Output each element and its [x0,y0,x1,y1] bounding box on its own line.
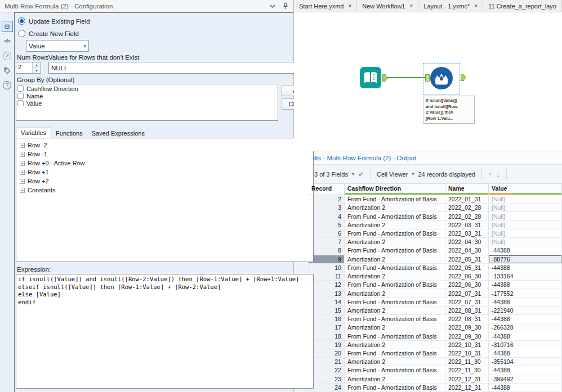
document-tab[interactable]: New Workflow1× [357,0,418,12]
checkbox-unchecked-icon[interactable] [17,85,24,92]
name-cell[interactable]: 2022_05_31 [445,255,489,263]
name-cell[interactable]: 2022_01_31 [445,195,489,203]
name-cell[interactable]: 2022_09_30 [445,323,489,331]
value-cell[interactable]: -133164 [489,272,562,280]
stepper-up-icon[interactable]: ▲ [33,62,41,68]
cashflow-direction-cell[interactable]: From Fund - Amortization of Basis [345,315,445,323]
value-cell[interactable]: -88776 [489,255,562,263]
cashflow-direction-cell[interactable]: From Fund - Amortization of Basis [345,281,445,289]
record-number-cell[interactable]: 24 [309,384,345,391]
record-number-cell[interactable]: 6 [309,229,345,237]
cell-viewer-dropdown[interactable]: Cell Viewer [377,171,408,178]
column-header-cashflow-direction[interactable]: Cashflow Direction [345,184,445,195]
value-cell[interactable]: -177552 [489,289,562,297]
name-cell[interactable]: 2022_07_31 [445,298,489,306]
value-cell[interactable]: -44388 [489,384,562,391]
expression-editor[interactable]: if isnull([Value]) and isnull([Row-2:Val… [16,274,314,389]
cashflow-direction-cell[interactable]: From Fund - Amortization of Basis [345,332,445,340]
column-header-name[interactable]: Name [445,184,489,195]
value-cell[interactable]: -355104 [489,358,562,366]
name-cell[interactable]: 2022_03_31 [445,221,489,229]
radio-selected-icon[interactable] [18,17,25,25]
value-cell[interactable]: -266328 [489,323,562,331]
table-row[interactable]: 6From Fund - Amortization of Basis2022_0… [309,229,562,238]
cashflow-direction-cell[interactable]: From Fund - Amortization of Basis [345,264,445,272]
tree-item[interactable]: +Row -1 [17,150,312,159]
expand-plus-icon[interactable]: + [20,152,25,157]
value-cell[interactable]: -44388 [489,349,562,357]
field-select-dropdown[interactable]: Value ▾ [26,40,89,52]
record-number-cell[interactable]: 23 [309,375,345,383]
checkbox-unchecked-icon[interactable] [17,100,24,106]
record-number-cell[interactable]: 3 [309,204,345,211]
tag-icon[interactable] [2,65,13,76]
name-cell[interactable]: 2022_06_30 [445,281,489,289]
chevron-down-icon[interactable]: ▾ [352,172,354,177]
num-rows-value[interactable]: 2 [16,62,32,73]
value-cell[interactable]: -44388 [489,281,562,289]
pin-icon[interactable] [282,3,289,10]
record-number-cell[interactable]: 10 [309,264,345,272]
values-for-rows-dropdown[interactable]: NULL ▾ [48,62,315,74]
record-number-cell[interactable]: 22 [309,366,345,374]
cashflow-direction-cell[interactable]: Amortization 2 [345,341,445,349]
value-cell[interactable]: [Null] [489,195,562,203]
tree-item[interactable]: +Constants [17,186,312,195]
cashflow-direction-cell[interactable]: Amortization 2 [345,204,445,211]
record-number-cell[interactable]: 12 [309,281,345,289]
value-cell[interactable]: -44388 [489,246,562,254]
expand-plus-icon[interactable]: + [20,143,25,148]
close-icon[interactable]: × [348,3,351,9]
value-cell[interactable]: -399492 [489,375,562,383]
expand-plus-icon[interactable]: + [20,170,25,175]
cashflow-direction-cell[interactable]: Amortization 2 [345,255,445,263]
num-rows-stepper[interactable]: 2 ▲ ▼ [16,62,41,74]
record-number-cell[interactable]: 9 [309,255,345,263]
cashflow-direction-cell[interactable]: From Fund - Amortization of Basis [345,366,445,374]
table-row[interactable]: 7Amortization 22022_04_30[Null] [309,238,562,246]
column-header-record[interactable]: Record [309,184,345,195]
tool-annotation[interactable]: if isnull([Value]) and isnull([Row- 2:Va… [423,96,475,124]
table-row[interactable]: 19Amortization 22022_10_31-310716 [309,341,562,349]
mrf-tool-output-anchor[interactable] [461,74,466,81]
table-row[interactable]: 16From Fund - Amortization of Basis2022_… [309,315,562,323]
value-cell[interactable]: [Null] [489,204,562,211]
name-cell[interactable]: 2022_08_31 [445,307,489,314]
tab-saved-expressions[interactable]: Saved Expressions [87,129,149,138]
cashflow-direction-cell[interactable]: From Fund - Amortization of Basis [345,212,445,220]
record-number-cell[interactable]: 19 [309,341,345,349]
value-cell[interactable]: -44388 [489,332,562,340]
group-by-item[interactable]: Name [17,92,276,100]
name-cell[interactable]: 2022_09_30 [445,332,489,340]
name-cell[interactable]: 2022_05_31 [445,264,489,272]
record-number-cell[interactable]: 15 [309,307,345,314]
table-row[interactable]: 12From Fund - Amortization of Basis2022_… [309,281,562,289]
name-cell[interactable]: 2022_10_31 [445,349,489,357]
table-row[interactable]: 18From Fund - Amortization of Basis2022_… [309,332,562,341]
table-row[interactable]: 3Amortization 22022_02_28[Null] [309,204,562,212]
group-by-item[interactable]: Value [17,100,276,107]
close-icon[interactable]: × [410,3,413,9]
record-number-cell[interactable]: 21 [309,358,345,366]
document-tab[interactable]: Start Here.yxmd× [294,0,357,12]
cashflow-direction-cell[interactable]: Amortization 2 [345,358,445,366]
expand-plus-icon[interactable]: + [20,161,25,166]
name-cell[interactable]: 2022_12_31 [445,375,489,383]
help-icon[interactable]: ? [2,79,13,91]
record-number-cell[interactable]: 4 [309,212,345,220]
cashflow-direction-cell[interactable]: From Fund - Amortization of Basis [345,229,445,237]
value-cell[interactable]: [Null] [489,221,562,229]
mrf-tool-input-anchor[interactable] [425,74,430,82]
value-cell[interactable]: -44388 [489,298,562,306]
cashflow-direction-cell[interactable]: Amortization 2 [345,375,445,383]
cashflow-direction-cell[interactable]: Amortization 2 [345,323,445,331]
value-cell[interactable]: -310716 [489,341,562,349]
table-row[interactable]: 15Amortization 22022_08_31-221940 [309,307,562,315]
fields-dropdown[interactable]: 3 of 3 Fields [314,171,348,178]
table-row[interactable]: 9Amortization 22022_05_31-88776 [309,255,562,264]
stepper-down-icon[interactable]: ▼ [33,68,41,73]
record-number-cell[interactable]: 17 [309,323,345,331]
table-row[interactable]: 17Amortization 22022_09_30-266328 [309,323,562,332]
cashflow-direction-cell[interactable]: From Fund - Amortization of Basis [345,246,445,254]
close-icon[interactable]: × [474,3,478,9]
